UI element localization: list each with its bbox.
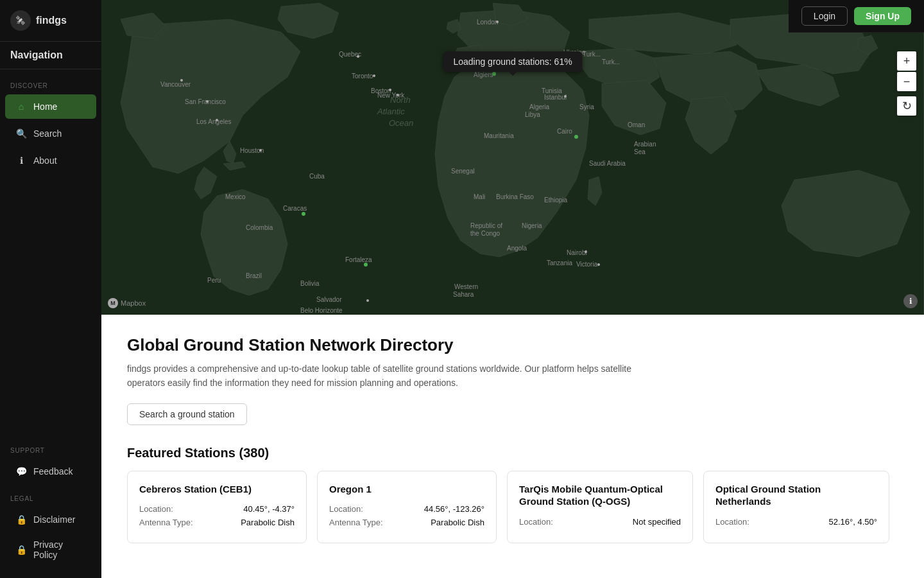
location-value-3: 52.16°, 4.50°	[829, 517, 877, 527]
location-value-0: 40.45°, -4.37°	[243, 504, 295, 514]
feedback-icon: 💬	[15, 466, 27, 477]
navigation-title: Navigation	[0, 42, 101, 66]
station-name-2: TarQis Mobile Quantum-Optical Ground Sta…	[519, 483, 681, 508]
map-background: Vancouver Quebec Toronto Boston San Fran…	[101, 0, 924, 315]
svg-text:Istanbul: Istanbul	[544, 94, 567, 101]
station-name-0: Cebreros Station (CEB1)	[139, 483, 295, 496]
logo-text: findgs	[36, 15, 67, 26]
sidebar-item-privacy[interactable]: 🔒 Privacy Policy	[5, 533, 96, 566]
svg-text:Sahara: Sahara	[453, 291, 474, 298]
svg-text:San Francisco: San Francisco	[185, 98, 226, 105]
station-card-2[interactable]: TarQis Mobile Quantum-Optical Ground Sta…	[507, 471, 693, 544]
svg-point-4	[357, 55, 359, 58]
svg-text:Cuba: Cuba	[309, 173, 325, 180]
station-field-location-1: Location: 44.56°, -123.26°	[329, 504, 484, 514]
sidebar-item-about[interactable]: ℹ About	[5, 148, 96, 173]
svg-point-53	[574, 135, 578, 139]
svg-text:Fortaleza: Fortaleza	[345, 256, 372, 263]
legal-label: LEGAL	[0, 485, 101, 506]
station-field-antenna-0: Antenna Type: Parabolic Dish	[139, 518, 295, 527]
location-value-1: 44.56°, -123.26°	[424, 504, 484, 514]
svg-point-28	[366, 299, 369, 302]
sidebar-item-search[interactable]: 🔍 Search	[5, 121, 96, 146]
location-label-0: Location:	[139, 504, 173, 514]
stations-grid: Cebreros Station (CEB1) Location: 40.45°…	[127, 471, 898, 549]
svg-point-31	[496, 21, 499, 23]
svg-point-2	[180, 79, 183, 82]
zoom-out-button[interactable]: −	[897, 72, 916, 91]
sidebar-item-home[interactable]: ⌂ Home	[5, 94, 96, 119]
svg-point-6	[373, 74, 375, 77]
svg-text:Nigeria: Nigeria	[522, 222, 542, 229]
sidebar-item-feedback[interactable]: 💬 Feedback	[5, 459, 96, 484]
svg-text:Caracas: Caracas	[283, 205, 307, 212]
svg-text:Peru: Peru	[207, 277, 221, 284]
disclaimer-label: Disclaimer	[33, 514, 75, 525]
header: Login Sign Up	[789, 0, 924, 33]
logo-icon: 🛰	[10, 10, 31, 31]
svg-text:North: North	[390, 95, 411, 105]
svg-text:Mali: Mali	[474, 193, 485, 200]
svg-text:Ethiopia: Ethiopia	[544, 197, 568, 204]
station-card-3[interactable]: Optical Ground Station Netherlands Locat…	[703, 471, 889, 544]
world-map-svg: Vancouver Quebec Toronto Boston San Fran…	[101, 0, 924, 315]
svg-text:Vancouver: Vancouver	[160, 81, 191, 88]
svg-text:Los Angeles: Los Angeles	[196, 118, 232, 125]
mapbox-icon: M	[108, 298, 118, 308]
svg-text:Salvador: Salvador	[316, 296, 342, 303]
login-button[interactable]: Login	[801, 6, 848, 26]
disclaimer-icon: 🔒	[15, 514, 27, 525]
svg-text:Oman: Oman	[628, 121, 645, 128]
privacy-icon: 🔒	[15, 544, 27, 556]
location-label-3: Location:	[715, 517, 749, 527]
location-label-1: Location:	[329, 504, 363, 514]
privacy-label: Privacy Policy	[33, 539, 86, 560]
discover-label: DISCOVER	[0, 72, 101, 93]
signup-button[interactable]: Sign Up	[854, 7, 911, 25]
svg-text:Syria: Syria	[579, 103, 594, 110]
location-value-2: Not specified	[633, 517, 681, 527]
content-description: findgs provides a comprehensive and up-t…	[127, 362, 640, 390]
station-card-0[interactable]: Cebreros Station (CEB1) Location: 40.45°…	[127, 471, 307, 544]
svg-text:Angola: Angola	[507, 245, 527, 252]
station-field-location-2: Location: Not specified	[519, 517, 681, 527]
svg-text:Saudi Arabia: Saudi Arabia	[589, 160, 626, 167]
page-title: Global Ground Station Network Directory	[127, 335, 898, 355]
station-name-3: Optical Ground Station Netherlands	[715, 483, 877, 508]
sidebar-bottom: SUPPORT 💬 Feedback LEGAL 🔒 Disclaimer 🔒 …	[0, 437, 101, 568]
sidebar-item-disclaimer[interactable]: 🔒 Disclaimer	[5, 507, 96, 532]
map-info-button[interactable]: ℹ	[903, 294, 918, 308]
location-label-2: Location:	[519, 517, 553, 527]
search-ground-station-button[interactable]: Search a ground station	[127, 403, 247, 425]
mapbox-text: Mapbox	[121, 299, 146, 307]
main-content: Global Ground Station Network Directory …	[101, 315, 924, 578]
svg-point-16	[259, 149, 262, 152]
svg-point-8	[389, 89, 391, 91]
svg-text:Atlantic: Atlantic	[377, 107, 405, 116]
svg-text:Toronto: Toronto	[352, 73, 373, 80]
antenna-value-1: Parabolic Dish	[431, 518, 484, 527]
svg-text:Colombia: Colombia	[246, 224, 273, 231]
sidebar-item-search-label: Search	[33, 128, 62, 139]
featured-stations-title: Featured Stations (380)	[127, 446, 898, 460]
antenna-value-0: Parabolic Dish	[241, 518, 295, 527]
divider-discover	[0, 69, 101, 69]
svg-point-14	[216, 119, 218, 121]
map-controls: + − ↻	[897, 51, 916, 116]
svg-text:Belo Horizonte: Belo Horizonte	[300, 307, 343, 314]
sidebar: 🛰 findgs Navigation DISCOVER ⌂ Home 🔍 Se…	[0, 0, 101, 578]
svg-text:Burkina Faso: Burkina Faso	[496, 193, 534, 200]
svg-text:Mexico: Mexico	[225, 193, 246, 200]
svg-text:Tunisia: Tunisia	[542, 87, 562, 94]
svg-text:Ocean: Ocean	[389, 118, 413, 128]
svg-text:Republic of: Republic of	[470, 222, 502, 229]
station-card-1[interactable]: Oregon 1 Location: 44.56°, -123.26° Ante…	[317, 471, 497, 544]
map-container: Vancouver Quebec Toronto Boston San Fran…	[101, 0, 924, 315]
zoom-in-button[interactable]: +	[897, 51, 916, 71]
station-field-location-3: Location: 52.16°, 4.50°	[715, 517, 877, 527]
sidebar-item-home-label: Home	[33, 101, 57, 112]
mapbox-logo: M Mapbox	[108, 298, 146, 308]
svg-text:the Congo: the Congo	[470, 230, 501, 237]
refresh-button[interactable]: ↻	[897, 96, 916, 116]
search-icon: 🔍	[15, 128, 27, 139]
